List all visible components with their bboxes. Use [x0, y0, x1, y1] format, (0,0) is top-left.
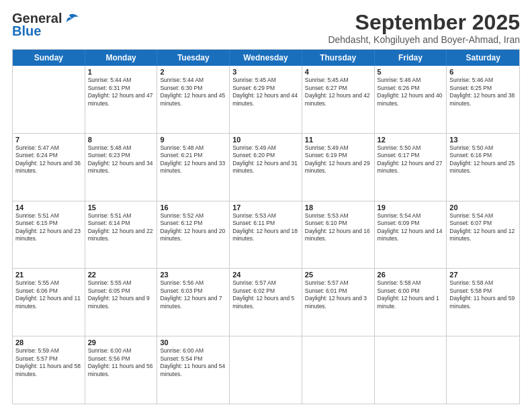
calendar-cell: 13Sunrise: 5:50 AM Sunset: 6:16 PM Dayli…: [447, 134, 519, 201]
header-day-monday: Monday: [85, 50, 158, 66]
calendar-cell: 30Sunrise: 6:00 AM Sunset: 5:54 PM Dayli…: [157, 336, 230, 404]
day-number: 19: [378, 203, 444, 212]
calendar-cell: 20Sunrise: 5:54 AM Sunset: 6:07 PM Dayli…: [447, 201, 519, 269]
day-number: 12: [378, 136, 444, 144]
cell-info: Sunrise: 5:46 AM Sunset: 6:25 PM Dayligh…: [449, 77, 517, 107]
day-number: 21: [15, 271, 82, 279]
cell-info: Sunrise: 5:51 AM Sunset: 6:14 PM Dayligh…: [88, 212, 154, 243]
day-number: 30: [160, 338, 226, 347]
cell-info: Sunrise: 5:53 AM Sunset: 6:10 PM Dayligh…: [305, 212, 371, 243]
day-number: 8: [88, 136, 154, 144]
day-number: 23: [160, 271, 226, 279]
cell-info: Sunrise: 5:50 AM Sunset: 6:16 PM Dayligh…: [449, 144, 517, 175]
cell-info: Sunrise: 5:50 AM Sunset: 6:17 PM Dayligh…: [378, 144, 444, 175]
day-number: 17: [232, 203, 299, 212]
location-subtitle: Dehdasht, Kohgiluyeh and Boyer-Ahmad, Ir…: [328, 34, 520, 45]
calendar-cell: 15Sunrise: 5:51 AM Sunset: 6:14 PM Dayli…: [85, 201, 158, 269]
calendar-cell: 8Sunrise: 5:48 AM Sunset: 6:23 PM Daylig…: [85, 134, 158, 201]
header-day-wednesday: Wednesday: [230, 50, 302, 66]
day-number: 25: [305, 271, 371, 279]
day-number: 26: [378, 271, 444, 279]
calendar-cell: 24Sunrise: 5:57 AM Sunset: 6:02 PM Dayli…: [230, 269, 302, 336]
calendar-body: 1Sunrise: 5:44 AM Sunset: 6:31 PM Daylig…: [13, 66, 519, 404]
day-number: 4: [305, 68, 371, 76]
cell-info: Sunrise: 5:44 AM Sunset: 6:31 PM Dayligh…: [88, 77, 154, 107]
logo-blue-text: Blue: [12, 24, 41, 39]
calendar-cell: 23Sunrise: 5:56 AM Sunset: 6:03 PM Dayli…: [157, 269, 230, 336]
calendar-cell: [13, 66, 85, 133]
cell-info: Sunrise: 5:48 AM Sunset: 6:23 PM Dayligh…: [88, 144, 154, 175]
header-day-friday: Friday: [375, 50, 447, 66]
cell-info: Sunrise: 5:45 AM Sunset: 6:29 PM Dayligh…: [232, 77, 299, 107]
cell-info: Sunrise: 5:46 AM Sunset: 6:26 PM Dayligh…: [378, 77, 444, 107]
header-day-tuesday: Tuesday: [157, 50, 230, 66]
cell-info: Sunrise: 6:00 AM Sunset: 5:54 PM Dayligh…: [160, 347, 226, 378]
calendar-cell: 25Sunrise: 5:57 AM Sunset: 6:01 PM Dayli…: [302, 269, 375, 336]
calendar-week-3: 14Sunrise: 5:51 AM Sunset: 6:15 PM Dayli…: [13, 201, 519, 269]
cell-info: Sunrise: 5:49 AM Sunset: 6:19 PM Dayligh…: [305, 144, 371, 175]
calendar-cell: 9Sunrise: 5:48 AM Sunset: 6:21 PM Daylig…: [157, 134, 230, 201]
cell-info: Sunrise: 5:55 AM Sunset: 6:05 PM Dayligh…: [88, 279, 154, 310]
calendar-cell: 7Sunrise: 5:47 AM Sunset: 6:24 PM Daylig…: [13, 134, 85, 201]
day-number: 2: [160, 68, 226, 76]
calendar-cell: 16Sunrise: 5:52 AM Sunset: 6:12 PM Dayli…: [157, 201, 230, 269]
calendar-cell: 12Sunrise: 5:50 AM Sunset: 6:17 PM Dayli…: [375, 134, 447, 201]
day-number: 9: [160, 136, 226, 144]
logo: General Blue: [12, 11, 79, 39]
calendar-header: SundayMondayTuesdayWednesdayThursdayFrid…: [13, 50, 519, 66]
calendar-cell: [375, 336, 447, 404]
calendar-cell: 17Sunrise: 5:53 AM Sunset: 6:11 PM Dayli…: [230, 201, 302, 269]
day-number: 18: [305, 203, 371, 212]
cell-info: Sunrise: 5:47 AM Sunset: 6:24 PM Dayligh…: [15, 144, 82, 175]
day-number: 5: [378, 68, 444, 76]
cell-info: Sunrise: 6:00 AM Sunset: 5:56 PM Dayligh…: [88, 347, 154, 378]
cell-info: Sunrise: 5:56 AM Sunset: 6:03 PM Dayligh…: [160, 279, 226, 310]
calendar-cell: 10Sunrise: 5:49 AM Sunset: 6:20 PM Dayli…: [230, 134, 302, 201]
day-number: 22: [88, 271, 154, 279]
cell-info: Sunrise: 5:52 AM Sunset: 6:12 PM Dayligh…: [160, 212, 226, 243]
calendar-cell: 21Sunrise: 5:55 AM Sunset: 6:06 PM Dayli…: [13, 269, 85, 336]
calendar-cell: 4Sunrise: 5:45 AM Sunset: 6:27 PM Daylig…: [302, 66, 375, 133]
calendar-cell: 19Sunrise: 5:54 AM Sunset: 6:09 PM Dayli…: [375, 201, 447, 269]
cell-info: Sunrise: 5:54 AM Sunset: 6:07 PM Dayligh…: [449, 212, 517, 243]
calendar-week-2: 7Sunrise: 5:47 AM Sunset: 6:24 PM Daylig…: [13, 134, 519, 201]
day-number: 6: [449, 68, 517, 76]
day-number: 10: [232, 136, 299, 144]
day-number: 20: [449, 203, 517, 212]
calendar-cell: 3Sunrise: 5:45 AM Sunset: 6:29 PM Daylig…: [230, 66, 302, 133]
header-day-thursday: Thursday: [302, 50, 375, 66]
calendar-cell: 14Sunrise: 5:51 AM Sunset: 6:15 PM Dayli…: [13, 201, 85, 269]
cell-info: Sunrise: 5:57 AM Sunset: 6:02 PM Dayligh…: [232, 279, 299, 310]
cell-info: Sunrise: 5:54 AM Sunset: 6:09 PM Dayligh…: [378, 212, 444, 243]
calendar-week-5: 28Sunrise: 5:59 AM Sunset: 5:57 PM Dayli…: [13, 336, 519, 404]
cell-info: Sunrise: 5:55 AM Sunset: 6:06 PM Dayligh…: [15, 279, 82, 310]
calendar-cell: 26Sunrise: 5:58 AM Sunset: 6:00 PM Dayli…: [375, 269, 447, 336]
day-number: 14: [15, 203, 82, 212]
page: General Blue September 2025 Dehdasht, Ko…: [0, 0, 532, 411]
day-number: 24: [232, 271, 299, 279]
calendar-cell: [230, 336, 302, 404]
logo-bird-icon: [64, 13, 79, 25]
calendar-cell: [447, 336, 519, 404]
cell-info: Sunrise: 5:53 AM Sunset: 6:11 PM Dayligh…: [232, 212, 299, 243]
calendar-cell: 18Sunrise: 5:53 AM Sunset: 6:10 PM Dayli…: [302, 201, 375, 269]
calendar-week-1: 1Sunrise: 5:44 AM Sunset: 6:31 PM Daylig…: [13, 66, 519, 134]
cell-info: Sunrise: 5:44 AM Sunset: 6:30 PM Dayligh…: [160, 77, 226, 107]
calendar-cell: 1Sunrise: 5:44 AM Sunset: 6:31 PM Daylig…: [85, 66, 158, 133]
cell-info: Sunrise: 5:58 AM Sunset: 6:00 PM Dayligh…: [378, 279, 444, 310]
day-number: 3: [232, 68, 299, 76]
day-number: 13: [449, 136, 517, 144]
day-number: 7: [15, 136, 82, 144]
calendar-cell: 29Sunrise: 6:00 AM Sunset: 5:56 PM Dayli…: [85, 336, 158, 404]
calendar-cell: 5Sunrise: 5:46 AM Sunset: 6:26 PM Daylig…: [375, 66, 447, 133]
calendar-cell: 6Sunrise: 5:46 AM Sunset: 6:25 PM Daylig…: [447, 66, 519, 133]
day-number: 28: [15, 338, 82, 347]
month-title: September 2025: [328, 11, 520, 34]
title-area: September 2025 Dehdasht, Kohgiluyeh and …: [328, 11, 520, 45]
cell-info: Sunrise: 5:45 AM Sunset: 6:27 PM Dayligh…: [305, 77, 371, 107]
calendar-cell: 27Sunrise: 5:58 AM Sunset: 5:58 PM Dayli…: [447, 269, 519, 336]
cell-info: Sunrise: 5:49 AM Sunset: 6:20 PM Dayligh…: [232, 144, 299, 175]
calendar-week-4: 21Sunrise: 5:55 AM Sunset: 6:06 PM Dayli…: [13, 269, 519, 336]
day-number: 29: [88, 338, 154, 347]
header: General Blue September 2025 Dehdasht, Ko…: [12, 11, 520, 45]
